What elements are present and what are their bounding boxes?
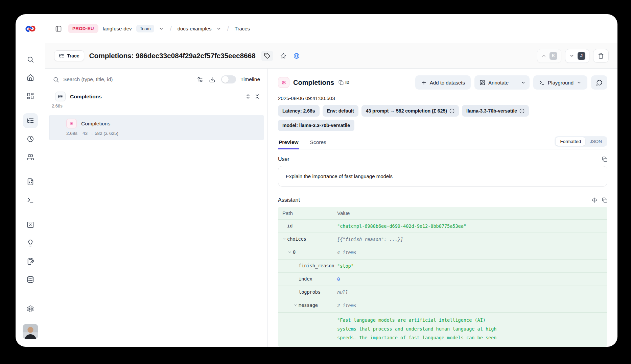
copy-icon[interactable]: [602, 156, 607, 162]
row-collapse-chevron-icon[interactable]: [282, 237, 287, 241]
tree-root-row[interactable]: Completions: [45, 88, 267, 101]
chevron-up-icon: [541, 53, 546, 58]
chevron-down-icon: [569, 53, 575, 58]
table-cell-path: logprobs: [278, 286, 337, 298]
download-button[interactable]: [209, 76, 215, 83]
star-icon: [280, 53, 286, 59]
filter-settings-button[interactable]: [197, 76, 203, 83]
playground-button[interactable]: Playground: [533, 75, 587, 90]
delete-trace-button[interactable]: [593, 49, 609, 63]
table-cell-value: 0: [337, 273, 607, 286]
table-row[interactable]: choices[{"finish_reason": ...}]: [278, 233, 607, 246]
sidebar-item-settings[interactable]: [23, 301, 38, 316]
nav-previous-button[interactable]: K: [537, 49, 561, 63]
comments-button[interactable]: [591, 75, 607, 90]
path-text: index: [299, 276, 312, 282]
sessions-icon: [27, 135, 34, 143]
plus-icon: [421, 80, 427, 86]
row-collapse-chevron-icon[interactable]: [288, 250, 293, 254]
chevron-down-icon: [521, 80, 526, 85]
breadcrumb-org[interactable]: langfuse-dev: [103, 26, 132, 31]
playground-label: Playground: [548, 80, 574, 86]
sidebar-item-evals[interactable]: [23, 217, 38, 232]
trace-header: Trace Completions: 986dec33c084f29a2cf57…: [45, 43, 617, 69]
sidebar-item-home[interactable]: [23, 70, 38, 85]
tab-scores[interactable]: Scores: [309, 137, 327, 149]
project-switcher-chevron[interactable]: [216, 26, 221, 31]
row-collapse-chevron-icon[interactable]: [294, 303, 299, 307]
user-avatar[interactable]: [23, 324, 38, 339]
plus-circle-icon[interactable]: [519, 108, 524, 114]
table-cell-value: 2 items: [337, 299, 607, 312]
expand-view-icon[interactable]: [592, 197, 597, 203]
breadcrumb-separator: /: [226, 25, 230, 32]
expand-all-icon[interactable]: [245, 94, 251, 99]
metadata-chip-label: model: llama-3.3-70b-versatile: [282, 123, 350, 128]
bookmark-star-button[interactable]: [280, 53, 286, 59]
sidebar-item-dashboard[interactable]: [23, 89, 38, 103]
tree-observation-row-selected[interactable]: Completions 2.68s 43 → 582 (Σ 625): [49, 115, 264, 140]
assistant-output-table: Path Value id"chatcmpl-6988b6ee-d699-402…: [278, 207, 607, 347]
nav-next-button[interactable]: J: [565, 49, 589, 63]
top-bar: PROD-EU langfuse-dev Team / docs-example…: [16, 14, 617, 43]
metadata-chip[interactable]: Env: default: [323, 105, 358, 117]
breadcrumb-page[interactable]: Traces: [235, 26, 250, 31]
table-header-value: Value: [337, 210, 607, 216]
sidebar-item-search[interactable]: [23, 52, 38, 67]
sidebar-item-playground[interactable]: [23, 193, 38, 208]
sidebar-item-insights[interactable]: [23, 236, 38, 250]
metadata-chip[interactable]: llama-3.3-70b-versatile: [462, 105, 529, 117]
timeline-toggle[interactable]: [221, 75, 236, 83]
path-text: choices: [287, 236, 306, 242]
sidebar-item-prompts[interactable]: [23, 174, 38, 189]
path-text: finish_reason: [299, 263, 334, 268]
search-input[interactable]: [63, 76, 191, 82]
tree-root-latency: 2.68s: [45, 101, 267, 108]
breadcrumb-project[interactable]: docs-examples: [178, 26, 212, 31]
metadata-chip[interactable]: 43 prompt → 582 completion (Σ 625): [361, 105, 459, 117]
search-icon: [53, 76, 59, 83]
tree-root-name: Completions: [70, 94, 102, 100]
annotate-split-button: Annotate: [474, 75, 530, 90]
add-to-datasets-button[interactable]: Add to datasets: [415, 75, 471, 90]
format-json-button[interactable]: JSON: [585, 137, 606, 146]
info-icon[interactable]: [449, 108, 454, 114]
add-to-datasets-label: Add to datasets: [430, 80, 465, 86]
org-switcher-chevron[interactable]: [159, 26, 164, 31]
table-row: id"chatcmpl-6988b6ee-d699-402d-9e12-8bb8…: [278, 220, 607, 233]
sidebar-item-tracing[interactable]: [23, 113, 38, 128]
copy-icon: [338, 80, 344, 85]
sidebar-item-sessions[interactable]: [23, 131, 38, 146]
collapse-all-icon[interactable]: [254, 94, 260, 99]
table-row: index0: [278, 273, 607, 286]
home-icon: [27, 74, 34, 81]
copy-id-button[interactable]: ID: [338, 80, 349, 85]
table-cell-path: message: [278, 299, 337, 311]
public-share-button[interactable]: [294, 53, 300, 59]
format-formatted-button[interactable]: Formatted: [556, 137, 585, 146]
sidebar-rail: [16, 43, 45, 347]
panel-left-icon: [55, 25, 62, 32]
table-row[interactable]: 04 items: [278, 246, 607, 259]
chevron-down-icon: [577, 80, 582, 85]
tab-preview[interactable]: Preview: [278, 137, 299, 149]
metadata-chip[interactable]: Latency: 2.68s: [278, 105, 320, 117]
playground-icon: [27, 196, 34, 204]
sidebar-item-datasets[interactable]: [23, 272, 38, 287]
path-text: id: [287, 223, 293, 228]
annotations-icon: [27, 258, 34, 265]
observation-title: Completions: [293, 79, 334, 87]
metadata-chip-label: 43 prompt → 582 completion (Σ 625): [366, 108, 447, 114]
table-row: finish_reason"stop": [278, 260, 607, 273]
table-row[interactable]: message2 items: [278, 299, 607, 312]
annotate-button[interactable]: Annotate: [474, 75, 514, 90]
metadata-chip[interactable]: model: llama-3.3-70b-versatile: [278, 120, 354, 131]
annotate-dropdown-button[interactable]: [517, 75, 530, 90]
sidebar-toggle-button[interactable]: [53, 24, 64, 34]
environment-badge: PROD-EU: [68, 24, 98, 33]
generation-type-badge: [278, 77, 289, 88]
copy-icon[interactable]: [602, 197, 607, 203]
sidebar-item-users[interactable]: [23, 150, 38, 165]
tag-button[interactable]: [261, 51, 273, 61]
sidebar-item-annotations[interactable]: [23, 254, 38, 269]
